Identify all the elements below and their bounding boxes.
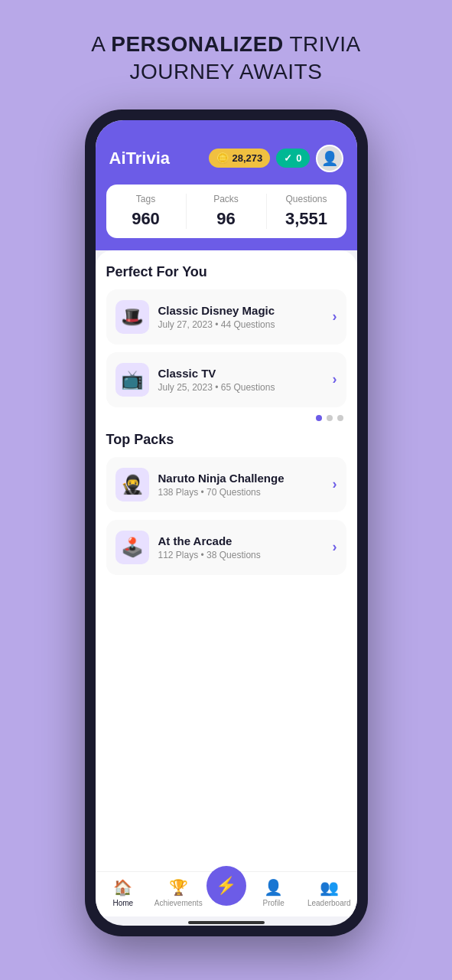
pack-name-tv: Classic TV <box>158 367 333 380</box>
pack-info-disney: Classic Disney Magic July 27, 2023 • 44 … <box>158 304 333 330</box>
pack-info-naruto: Naruto Ninja Challenge 138 Plays • 70 Qu… <box>158 472 333 498</box>
home-bar <box>188 921 265 924</box>
stat-packs-label: Packs <box>187 194 266 204</box>
profile-icon: 👤 <box>264 878 283 897</box>
pack-icon-arcade: 🕹️ <box>115 531 149 564</box>
nav-item-leaderboard[interactable]: 👥 Leaderboard <box>301 878 357 907</box>
header-badges: 🪙 28,273 ✓ 0 👤 <box>209 145 343 172</box>
pack-card-naruto[interactable]: 🥷 Naruto Ninja Challenge 138 Plays • 70 … <box>106 457 346 512</box>
pack-card-disney[interactable]: 🎩 Classic Disney Magic July 27, 2023 • 4… <box>106 289 346 345</box>
headline-line2: JOURNEY AWAITS <box>130 60 323 83</box>
stats-box: Tags 960 Packs 96 Questions 3,551 <box>96 185 357 250</box>
stat-tags-value: 960 <box>106 209 186 229</box>
phone-shell: AiTrivia 🪙 28,273 ✓ 0 👤 Tags 960 <box>85 109 368 936</box>
check-badge: ✓ 0 <box>276 149 309 168</box>
dot-1 <box>316 415 322 421</box>
stat-questions: Questions 3,551 <box>267 194 346 229</box>
pagination-dots <box>106 415 346 421</box>
dot-2 <box>327 415 333 421</box>
app-title: AiTrivia <box>109 149 170 168</box>
home-indicator <box>96 916 357 926</box>
section-title-perfect: Perfect For You <box>106 264 346 280</box>
stat-tags-label: Tags <box>106 194 186 204</box>
achievements-icon: 🏆 <box>169 878 188 897</box>
app-header: AiTrivia 🪙 28,273 ✓ 0 👤 <box>96 137 357 185</box>
pack-card-tv[interactable]: 📺 Classic TV July 25, 2023 • 65 Question… <box>106 352 346 407</box>
check-count: 0 <box>296 152 301 164</box>
status-bar <box>96 120 357 137</box>
pack-meta-tv: July 25, 2023 • 65 Questions <box>158 382 333 393</box>
pack-meta-disney: July 27, 2023 • 44 Questions <box>158 319 333 330</box>
avatar[interactable]: 👤 <box>316 145 343 172</box>
pack-meta-naruto: 138 Plays • 70 Questions <box>158 487 333 498</box>
nav-fab[interactable]: ⚡ <box>206 866 246 906</box>
chevron-tv: › <box>333 371 337 387</box>
home-icon: 🏠 <box>113 878 132 897</box>
check-icon: ✓ <box>284 152 292 164</box>
leaderboard-label: Leaderboard <box>307 899 351 907</box>
coin-icon: 🪙 <box>216 152 229 164</box>
headline: A PERSONALIZED TRIVIA JOURNEY AWAITS <box>91 31 360 87</box>
stat-questions-label: Questions <box>267 194 346 204</box>
profile-label: Profile <box>263 899 285 907</box>
chevron-naruto: › <box>333 476 337 492</box>
nav-item-achievements[interactable]: 🏆 Achievements <box>151 878 206 907</box>
pack-icon-tv: 📺 <box>115 363 149 397</box>
achievements-label: Achievements <box>154 899 203 907</box>
chevron-arcade: › <box>333 539 337 555</box>
pack-name-naruto: Naruto Ninja Challenge <box>158 472 333 485</box>
dot-3 <box>337 415 343 421</box>
fab-icon: ⚡ <box>216 876 236 896</box>
coins-value: 28,273 <box>233 152 263 164</box>
headline-line1: A PERSONALIZED TRIVIA <box>91 32 360 56</box>
pack-name-disney: Classic Disney Magic <box>158 304 333 317</box>
coins-badge: 🪙 28,273 <box>209 149 271 168</box>
pack-meta-arcade: 112 Plays • 38 Questions <box>158 550 333 560</box>
section-title-top-packs: Top Packs <box>106 432 346 448</box>
phone-inner: AiTrivia 🪙 28,273 ✓ 0 👤 Tags 960 <box>96 120 357 926</box>
nav-item-home[interactable]: 🏠 Home <box>96 878 151 907</box>
pack-info-tv: Classic TV July 25, 2023 • 65 Questions <box>158 367 333 393</box>
pack-icon-disney: 🎩 <box>115 300 149 334</box>
pack-card-arcade[interactable]: 🕹️ At the Arcade 112 Plays • 38 Question… <box>106 520 346 575</box>
pack-icon-naruto: 🥷 <box>115 468 149 501</box>
nav-item-profile[interactable]: 👤 Profile <box>246 878 302 907</box>
chevron-disney: › <box>333 309 337 325</box>
stat-packs-value: 96 <box>187 209 266 229</box>
pack-name-arcade: At the Arcade <box>158 534 333 547</box>
home-label: Home <box>112 899 133 907</box>
stat-tags: Tags 960 <box>106 194 187 229</box>
stat-questions-value: 3,551 <box>267 209 346 229</box>
scroll-content: Perfect For You 🎩 Classic Disney Magic J… <box>96 250 357 871</box>
stat-packs: Packs 96 <box>187 194 267 229</box>
stats-inner: Tags 960 Packs 96 Questions 3,551 <box>106 185 346 238</box>
leaderboard-icon: 👥 <box>320 878 339 897</box>
bottom-nav: 🏠 Home 🏆 Achievements ⚡ 👤 Profile 👥 Lead… <box>96 871 357 916</box>
pack-info-arcade: At the Arcade 112 Plays • 38 Questions <box>158 534 333 560</box>
